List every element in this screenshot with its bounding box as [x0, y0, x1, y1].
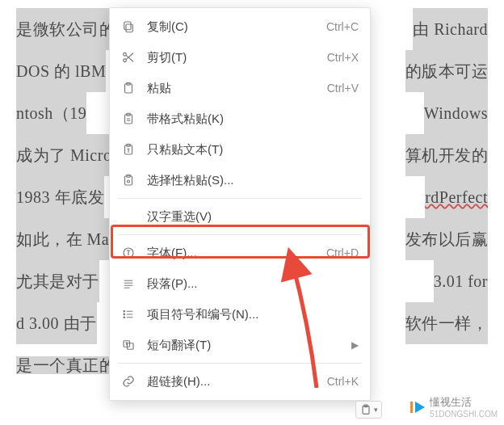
- menu-paste[interactable]: 粘贴 Ctrl+V: [110, 73, 370, 103]
- doc-line: DOS 的 lBM: [16, 50, 106, 92]
- menu-label: 项目符号和编号(N)...: [139, 307, 359, 322]
- menu-font[interactable]: 字体(F)... Ctrl+D: [110, 238, 370, 268]
- menu-shortcut: Ctrl+X: [327, 51, 359, 64]
- menu-paste-text[interactable]: 只粘贴文本(T): [110, 134, 370, 165]
- clipboard-special-icon: [118, 173, 139, 187]
- scissors-icon: [118, 50, 139, 65]
- svg-rect-1: [124, 22, 131, 30]
- context-menu: 复制(C) Ctrl+C 剪切(T) Ctrl+X 粘贴 Ctrl+V 带格式粘…: [109, 7, 371, 401]
- clipboard-icon: [359, 403, 372, 416]
- svg-point-3: [124, 59, 127, 62]
- menu-label: 汉字重选(V): [139, 209, 359, 225]
- svg-point-14: [124, 311, 125, 313]
- copy-icon: [118, 19, 139, 34]
- menu-label: 选择性粘贴(S)...: [139, 173, 359, 188]
- menu-separator: [118, 234, 362, 235]
- menu-paste-special[interactable]: 选择性粘贴(S)...: [110, 165, 370, 196]
- menu-shortcut: Ctrl+V: [327, 82, 359, 95]
- menu-copy[interactable]: 复制(C) Ctrl+C: [110, 11, 370, 42]
- menu-paragraph[interactable]: 段落(P)...: [110, 268, 370, 299]
- clipboard-text-icon: [118, 142, 139, 157]
- menu-label: 剪切(T): [139, 50, 327, 65]
- font-icon: [118, 246, 139, 260]
- clipboard-icon: [118, 81, 139, 95]
- doc-line: 的版本可运: [405, 50, 489, 92]
- menu-separator: [118, 198, 362, 199]
- watermark-brand: 懂视生活: [430, 396, 472, 408]
- doc-line: 成为了 Micro: [16, 134, 111, 176]
- menu-shortcut: Ctrl+C: [326, 20, 359, 33]
- menu-label: 超链接(H)...: [139, 374, 327, 389]
- menu-hanzi-reselect[interactable]: 汉字重选(V): [110, 201, 370, 232]
- doc-line: 如此，在 Ma: [16, 218, 109, 260]
- link-icon: [118, 374, 139, 389]
- menu-separator: [118, 363, 362, 364]
- doc-line: 3.01 for: [434, 260, 488, 302]
- menu-paste-format[interactable]: 带格式粘贴(K): [110, 103, 370, 134]
- watermark: 懂视生活 51DONGSHI.COM: [410, 395, 498, 419]
- list-icon: [118, 307, 139, 322]
- doc-line: ntosh（19: [16, 92, 86, 134]
- doc-line: d 3.00 由于: [16, 302, 97, 344]
- doc-line: rdPerfect: [425, 176, 488, 218]
- menu-translate[interactable]: 短句翻译(T) ▶: [110, 330, 370, 360]
- menu-label: 只粘贴文本(T): [139, 142, 359, 158]
- menu-label: 段落(P)...: [139, 276, 359, 292]
- menu-label: 字体(F)...: [139, 246, 326, 261]
- menu-label: 短句翻译(T): [139, 338, 348, 353]
- watermark-bar: [410, 402, 413, 413]
- svg-rect-0: [126, 24, 132, 32]
- doc-line: 算机开发的: [405, 134, 489, 176]
- translate-icon: [118, 338, 139, 352]
- watermark-logo-icon: [415, 402, 426, 413]
- doc-line: 发布以后赢: [405, 218, 489, 260]
- paste-options-button[interactable]: ▾: [355, 401, 382, 419]
- menu-shortcut: Ctrl+K: [327, 375, 359, 388]
- doc-line: Windows: [424, 92, 488, 134]
- doc-line: 1983 年底发: [16, 176, 104, 218]
- doc-line: 尤其是对于: [16, 260, 99, 302]
- chevron-right-icon: ▶: [351, 339, 359, 351]
- doc-line: 是微软公司的: [16, 8, 116, 50]
- watermark-domain: 51DONGSHI.COM: [430, 410, 498, 419]
- clipboard-format-icon: [118, 112, 139, 126]
- menu-label: 复制(C): [139, 19, 326, 35]
- svg-point-2: [124, 53, 127, 56]
- menu-bullets-numbering[interactable]: 项目符号和编号(N)...: [110, 299, 370, 330]
- menu-shortcut: Ctrl+D: [326, 246, 359, 259]
- menu-label: 粘贴: [139, 81, 327, 96]
- svg-point-12: [128, 180, 130, 183]
- menu-hyperlink[interactable]: 超链接(H)... Ctrl+K: [110, 366, 370, 397]
- svg-rect-18: [128, 343, 134, 350]
- svg-point-15: [124, 313, 125, 315]
- svg-point-16: [124, 317, 125, 318]
- menu-cut[interactable]: 剪切(T) Ctrl+X: [110, 42, 370, 73]
- doc-line: 由 Richard: [413, 8, 488, 50]
- chevron-down-icon: ▾: [374, 406, 378, 414]
- paragraph-icon: [118, 276, 139, 291]
- doc-line: 软件一样，: [405, 302, 489, 344]
- menu-label: 带格式粘贴(K): [139, 112, 359, 127]
